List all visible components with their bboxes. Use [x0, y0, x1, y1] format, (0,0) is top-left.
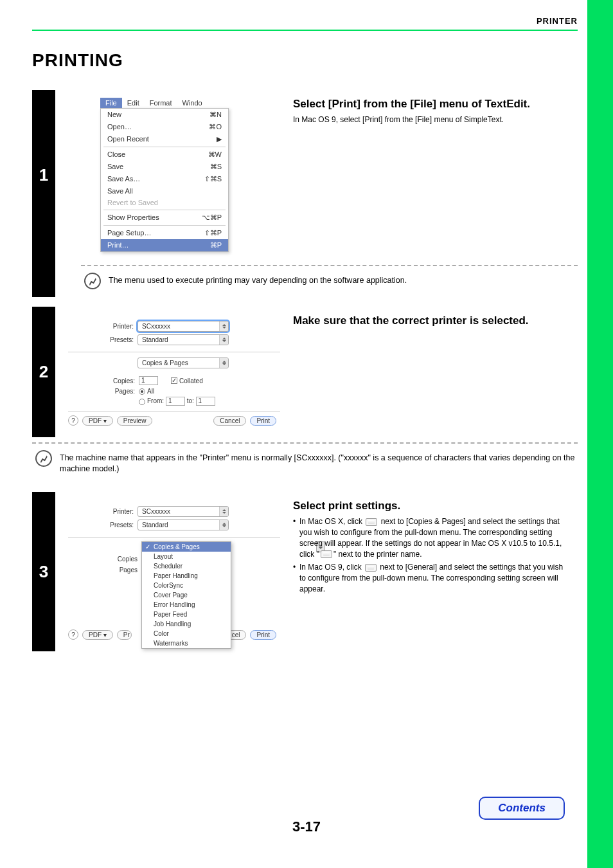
file-menu-screenshot: File Edit Format Windo New⌘N Open…⌘O Ope…	[100, 98, 229, 252]
pages-label: Pages:	[108, 388, 139, 395]
from-input: 1	[166, 397, 185, 406]
collated-label: Collated	[179, 377, 203, 384]
menu-item-open: Open…⌘O	[101, 121, 228, 133]
menu-item-open-recent: Open Recent▶	[101, 133, 228, 145]
copies-label: Copies	[68, 556, 138, 563]
copies-label: Copies:	[108, 377, 139, 384]
presets-select: Standard	[138, 334, 229, 345]
preview-button: Pr	[117, 630, 132, 640]
pages-from-radio	[139, 399, 145, 405]
pages-label: Pages	[68, 566, 138, 574]
menu-item-save-all: Save All	[101, 185, 228, 197]
menu-format: Format	[145, 98, 177, 108]
print-dialog-menu-screenshot: Printer: SCxxxxxx Presets: Standard Copi…	[62, 500, 287, 644]
menu-item-show-properties: Show Properties⌥⌘P	[101, 212, 228, 224]
to-input: 1	[196, 397, 215, 406]
step-2-title: Make sure that the correct printer is se…	[293, 314, 571, 327]
menu-item-save-as: Save As…⇧⌘S	[101, 173, 228, 185]
page-number: 3-17	[0, 818, 613, 835]
cancel-button: Cancel	[213, 416, 246, 426]
menu-item-new: New⌘N	[101, 109, 228, 121]
pane-dropdown-menu: Copies & Pages Layout Scheduler Paper Ha…	[141, 541, 231, 649]
print-dialog-screenshot: Printer: SCxxxxxx Presets: Standard Copi…	[62, 314, 287, 429]
help-button: ?	[68, 415, 78, 426]
step-1: 1 File Edit Format Windo New⌘N Open…⌘O O…	[32, 90, 578, 297]
menu-item-page-setup: Page Setup…⇧⌘P	[101, 227, 228, 239]
step-number: 1	[32, 90, 55, 260]
printer-select: SCxxxxxx	[138, 506, 229, 517]
step-number: 2	[32, 307, 55, 437]
step-3-title: Select print settings.	[293, 500, 571, 512]
pdf-button: PDF ▾	[82, 416, 113, 426]
help-button: ?	[68, 629, 78, 640]
step-1-desc: In Mac OS 9, select [Print] from the [Fi…	[293, 114, 571, 125]
note-icon	[33, 448, 54, 469]
updown-icon	[365, 564, 377, 572]
preview-button: Preview	[117, 416, 153, 426]
collated-checkbox	[171, 377, 177, 384]
menu-item-revert: Revert to Saved	[101, 197, 228, 208]
printer-label: Printer:	[107, 323, 138, 330]
page-title: PRINTING	[32, 50, 613, 71]
printer-label: Printer:	[107, 508, 138, 515]
presets-label: Presets:	[107, 521, 138, 529]
pages-all-radio	[139, 388, 145, 395]
header-rule	[32, 30, 578, 31]
section-header: PRINTER	[0, 0, 613, 30]
pane-select: Copies & Pages	[138, 357, 229, 368]
contents-button[interactable]: Contents	[479, 797, 565, 820]
step-1-title: Select [Print] from the [File] menu of T…	[293, 98, 571, 111]
step-3-bullet-1: In Mac OS X, click next to [Copies & Pag…	[293, 516, 571, 559]
updown-icon	[366, 518, 377, 526]
menu-item-save: Save⌘S	[101, 161, 228, 173]
step-number: 3	[32, 492, 55, 651]
menu-window: Windo	[177, 98, 208, 108]
presets-label: Presets:	[107, 336, 138, 343]
presets-select: Standard	[138, 520, 229, 530]
step-2-note: The machine name that appears in the "Pr…	[60, 450, 578, 475]
copies-input: 1	[139, 376, 158, 385]
dropdown-icon	[321, 550, 332, 558]
step-2: 2 Printer: SCxxxxxx Presets: Standard Co…	[32, 307, 578, 482]
menu-file: File	[100, 98, 122, 108]
menu-item-close: Close⌘W	[101, 149, 228, 161]
print-button: Print	[250, 416, 276, 426]
note-icon	[82, 271, 103, 291]
pdf-button: PDF ▾	[82, 630, 113, 640]
step-3: 3 Printer: SCxxxxxx Presets: Standard Co…	[32, 492, 578, 651]
menu-item-print: Print…⌘P	[101, 239, 228, 251]
step-3-bullet-2: In Mac OS 9, click next to [General] and…	[293, 562, 571, 594]
printer-select: SCxxxxxx	[138, 321, 229, 332]
menu-edit: Edit	[122, 98, 145, 108]
side-band	[587, 0, 613, 835]
step-1-note: The menu used to execute printing may va…	[109, 273, 407, 286]
